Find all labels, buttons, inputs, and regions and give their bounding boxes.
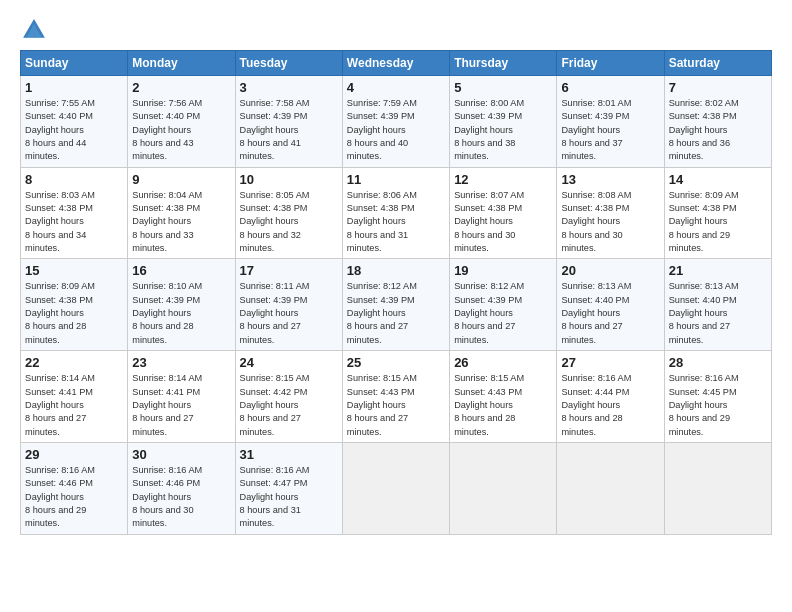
cell-info: Sunrise: 7:56 AMSunset: 4:40 PMDaylight …: [132, 98, 202, 161]
cell-info: Sunrise: 8:16 AMSunset: 4:46 PMDaylight …: [132, 465, 202, 528]
cell-info: Sunrise: 8:13 AMSunset: 4:40 PMDaylight …: [561, 281, 631, 344]
cell-info: Sunrise: 8:16 AMSunset: 4:47 PMDaylight …: [240, 465, 310, 528]
cell-info: Sunrise: 8:12 AMSunset: 4:39 PMDaylight …: [347, 281, 417, 344]
cell-info: Sunrise: 8:16 AMSunset: 4:46 PMDaylight …: [25, 465, 95, 528]
cell-info: Sunrise: 8:07 AMSunset: 4:38 PMDaylight …: [454, 190, 524, 253]
day-cell: 25Sunrise: 8:15 AMSunset: 4:43 PMDayligh…: [342, 351, 449, 443]
day-cell: 18Sunrise: 8:12 AMSunset: 4:39 PMDayligh…: [342, 259, 449, 351]
cell-info: Sunrise: 8:11 AMSunset: 4:39 PMDaylight …: [240, 281, 310, 344]
cell-info: Sunrise: 7:59 AMSunset: 4:39 PMDaylight …: [347, 98, 417, 161]
day-number: 26: [454, 355, 552, 370]
day-number: 3: [240, 80, 338, 95]
day-cell: [557, 442, 664, 534]
cell-info: Sunrise: 8:00 AMSunset: 4:39 PMDaylight …: [454, 98, 524, 161]
col-header-wednesday: Wednesday: [342, 51, 449, 76]
header: [20, 16, 772, 44]
day-cell: [664, 442, 771, 534]
day-cell: 6Sunrise: 8:01 AMSunset: 4:39 PMDaylight…: [557, 76, 664, 168]
day-number: 17: [240, 263, 338, 278]
day-number: 4: [347, 80, 445, 95]
day-cell: 13Sunrise: 8:08 AMSunset: 4:38 PMDayligh…: [557, 167, 664, 259]
day-cell: 22Sunrise: 8:14 AMSunset: 4:41 PMDayligh…: [21, 351, 128, 443]
day-number: 24: [240, 355, 338, 370]
day-cell: 28Sunrise: 8:16 AMSunset: 4:45 PMDayligh…: [664, 351, 771, 443]
day-number: 13: [561, 172, 659, 187]
day-number: 1: [25, 80, 123, 95]
week-row-4: 22Sunrise: 8:14 AMSunset: 4:41 PMDayligh…: [21, 351, 772, 443]
col-header-thursday: Thursday: [450, 51, 557, 76]
day-number: 12: [454, 172, 552, 187]
col-header-monday: Monday: [128, 51, 235, 76]
day-cell: [450, 442, 557, 534]
day-cell: 12Sunrise: 8:07 AMSunset: 4:38 PMDayligh…: [450, 167, 557, 259]
day-cell: 26Sunrise: 8:15 AMSunset: 4:43 PMDayligh…: [450, 351, 557, 443]
day-number: 29: [25, 447, 123, 462]
col-header-friday: Friday: [557, 51, 664, 76]
day-number: 7: [669, 80, 767, 95]
day-cell: 20Sunrise: 8:13 AMSunset: 4:40 PMDayligh…: [557, 259, 664, 351]
day-cell: 9Sunrise: 8:04 AMSunset: 4:38 PMDaylight…: [128, 167, 235, 259]
day-cell: 3Sunrise: 7:58 AMSunset: 4:39 PMDaylight…: [235, 76, 342, 168]
cell-info: Sunrise: 8:16 AMSunset: 4:44 PMDaylight …: [561, 373, 631, 436]
cell-info: Sunrise: 8:04 AMSunset: 4:38 PMDaylight …: [132, 190, 202, 253]
day-cell: 8Sunrise: 8:03 AMSunset: 4:38 PMDaylight…: [21, 167, 128, 259]
day-number: 11: [347, 172, 445, 187]
cell-info: Sunrise: 8:15 AMSunset: 4:43 PMDaylight …: [347, 373, 417, 436]
day-number: 8: [25, 172, 123, 187]
day-cell: 10Sunrise: 8:05 AMSunset: 4:38 PMDayligh…: [235, 167, 342, 259]
cell-info: Sunrise: 8:13 AMSunset: 4:40 PMDaylight …: [669, 281, 739, 344]
day-number: 16: [132, 263, 230, 278]
day-cell: 24Sunrise: 8:15 AMSunset: 4:42 PMDayligh…: [235, 351, 342, 443]
day-number: 31: [240, 447, 338, 462]
day-number: 25: [347, 355, 445, 370]
week-row-1: 1Sunrise: 7:55 AMSunset: 4:40 PMDaylight…: [21, 76, 772, 168]
week-row-5: 29Sunrise: 8:16 AMSunset: 4:46 PMDayligh…: [21, 442, 772, 534]
day-number: 15: [25, 263, 123, 278]
day-number: 20: [561, 263, 659, 278]
day-number: 6: [561, 80, 659, 95]
cell-info: Sunrise: 8:15 AMSunset: 4:42 PMDaylight …: [240, 373, 310, 436]
day-number: 14: [669, 172, 767, 187]
day-number: 18: [347, 263, 445, 278]
day-number: 10: [240, 172, 338, 187]
cell-info: Sunrise: 8:14 AMSunset: 4:41 PMDaylight …: [25, 373, 95, 436]
logo: [20, 16, 52, 44]
day-number: 5: [454, 80, 552, 95]
cell-info: Sunrise: 7:58 AMSunset: 4:39 PMDaylight …: [240, 98, 310, 161]
day-cell: 15Sunrise: 8:09 AMSunset: 4:38 PMDayligh…: [21, 259, 128, 351]
calendar-table: SundayMondayTuesdayWednesdayThursdayFrid…: [20, 50, 772, 535]
day-cell: 2Sunrise: 7:56 AMSunset: 4:40 PMDaylight…: [128, 76, 235, 168]
cell-info: Sunrise: 8:08 AMSunset: 4:38 PMDaylight …: [561, 190, 631, 253]
day-number: 19: [454, 263, 552, 278]
col-header-tuesday: Tuesday: [235, 51, 342, 76]
day-cell: [342, 442, 449, 534]
week-row-2: 8Sunrise: 8:03 AMSunset: 4:38 PMDaylight…: [21, 167, 772, 259]
cell-info: Sunrise: 8:06 AMSunset: 4:38 PMDaylight …: [347, 190, 417, 253]
day-number: 30: [132, 447, 230, 462]
cell-info: Sunrise: 8:02 AMSunset: 4:38 PMDaylight …: [669, 98, 739, 161]
day-cell: 11Sunrise: 8:06 AMSunset: 4:38 PMDayligh…: [342, 167, 449, 259]
day-cell: 27Sunrise: 8:16 AMSunset: 4:44 PMDayligh…: [557, 351, 664, 443]
day-cell: 17Sunrise: 8:11 AMSunset: 4:39 PMDayligh…: [235, 259, 342, 351]
cell-info: Sunrise: 8:09 AMSunset: 4:38 PMDaylight …: [25, 281, 95, 344]
col-header-saturday: Saturday: [664, 51, 771, 76]
cell-info: Sunrise: 8:15 AMSunset: 4:43 PMDaylight …: [454, 373, 524, 436]
day-cell: 7Sunrise: 8:02 AMSunset: 4:38 PMDaylight…: [664, 76, 771, 168]
cell-info: Sunrise: 7:55 AMSunset: 4:40 PMDaylight …: [25, 98, 95, 161]
cell-info: Sunrise: 8:09 AMSunset: 4:38 PMDaylight …: [669, 190, 739, 253]
day-number: 27: [561, 355, 659, 370]
day-cell: 29Sunrise: 8:16 AMSunset: 4:46 PMDayligh…: [21, 442, 128, 534]
cell-info: Sunrise: 8:05 AMSunset: 4:38 PMDaylight …: [240, 190, 310, 253]
day-cell: 14Sunrise: 8:09 AMSunset: 4:38 PMDayligh…: [664, 167, 771, 259]
day-number: 22: [25, 355, 123, 370]
day-cell: 16Sunrise: 8:10 AMSunset: 4:39 PMDayligh…: [128, 259, 235, 351]
day-cell: 30Sunrise: 8:16 AMSunset: 4:46 PMDayligh…: [128, 442, 235, 534]
day-cell: 21Sunrise: 8:13 AMSunset: 4:40 PMDayligh…: [664, 259, 771, 351]
day-cell: 23Sunrise: 8:14 AMSunset: 4:41 PMDayligh…: [128, 351, 235, 443]
header-row: SundayMondayTuesdayWednesdayThursdayFrid…: [21, 51, 772, 76]
cell-info: Sunrise: 8:14 AMSunset: 4:41 PMDaylight …: [132, 373, 202, 436]
day-cell: 1Sunrise: 7:55 AMSunset: 4:40 PMDaylight…: [21, 76, 128, 168]
day-cell: 5Sunrise: 8:00 AMSunset: 4:39 PMDaylight…: [450, 76, 557, 168]
day-number: 2: [132, 80, 230, 95]
page: SundayMondayTuesdayWednesdayThursdayFrid…: [0, 0, 792, 547]
